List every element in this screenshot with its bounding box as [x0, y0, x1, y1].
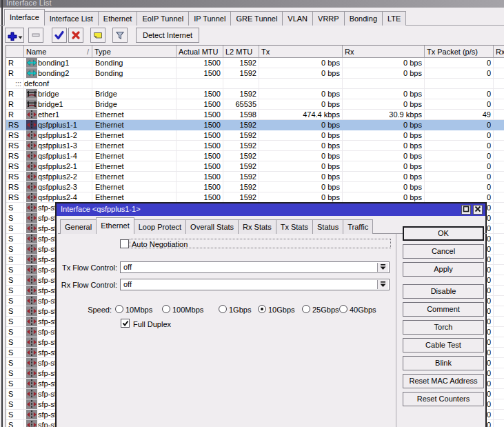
ethernet-icon [26, 337, 37, 347]
cell-flags: RS [8, 182, 23, 192]
cell-tx: 0 bps [259, 68, 340, 78]
dropdown-button[interactable] [377, 280, 388, 289]
table-row-comment[interactable]: :::defconf [6, 79, 504, 89]
ethernet-icon [26, 358, 37, 368]
ethernet-icon [26, 368, 37, 378]
tab-interface-list[interactable]: Interface List [44, 11, 99, 26]
cell-actual-mtu: 1500 [177, 110, 221, 119]
cell-flags: S [8, 399, 23, 409]
tab-eoip-tunnel[interactable]: EoIP Tunnel [137, 11, 189, 26]
table-row[interactable]: RSqsfpplus1-2Ethernet150015920 bps0 bps0 [6, 130, 504, 141]
cell-tx: 0 bps [259, 192, 340, 202]
auto-negotiation-checkbox[interactable] [120, 239, 129, 248]
tab-vrrp[interactable]: VRRP [312, 11, 345, 26]
table-row[interactable]: RSqsfpplus2-3Ethernet150015920 bps0 bps0 [6, 182, 504, 192]
speed-radio-10mbps[interactable] [115, 305, 123, 313]
dropdown-button[interactable] [377, 263, 388, 272]
full-duplex-checkbox[interactable] [121, 319, 130, 328]
dialog-cable-test-button[interactable]: Cable Test [403, 338, 484, 352]
dialog-ok-button[interactable]: OK [403, 226, 484, 241]
dialog-maximize-button[interactable] [461, 205, 471, 215]
dialog-comment-button[interactable]: Comment [403, 302, 484, 317]
column-header-tx-packet[interactable]: Tx Packet (p/s) [425, 46, 494, 58]
dialog-cancel-button[interactable]: Cancel [403, 244, 484, 259]
window-titlebar[interactable]: Interface List [0, 0, 504, 8]
toolbar-comment-button[interactable] [90, 28, 105, 43]
table-row[interactable]: Rether1Ethernet15001598474.4 kbps30.9 kb… [6, 110, 504, 120]
column-header-actual-mtu[interactable]: Actual MTU [177, 46, 223, 58]
column-header-type[interactable]: Type [92, 46, 177, 58]
dialog-tab-general[interactable]: General [60, 219, 97, 234]
table-row[interactable]: RbridgeBridge150015920 bps0 bps0 [6, 89, 504, 99]
cell-actual-mtu: 1500 [177, 89, 221, 99]
tab-interface[interactable]: Interface [4, 9, 45, 26]
table-row[interactable]: Rbonding2Bonding150015920 bps0 bps0 [6, 68, 504, 79]
cell-flags: S [8, 265, 23, 275]
dialog-tab-traffic[interactable]: Traffic [343, 219, 373, 234]
dialog-disable-button[interactable]: Disable [403, 284, 484, 299]
column-header-name[interactable]: Name/ [24, 46, 92, 58]
dialog-tab-ethernet[interactable]: Ethernet [96, 217, 134, 234]
dialog-reset-mac-address-button[interactable]: Reset MAC Address [403, 374, 484, 388]
dialog-reset-counters-button[interactable]: Reset Counters [403, 392, 484, 406]
dialog-tab-overall-stats[interactable]: Overall Stats [185, 219, 239, 234]
tab-vlan[interactable]: VLAN [282, 11, 313, 26]
dialog-torch-button[interactable]: Torch [403, 320, 484, 335]
tab-ip-tunnel[interactable]: IP Tunnel [188, 11, 231, 26]
column-header-l2-mtu[interactable]: L2 MTU [223, 46, 259, 58]
speed-radio-100mbps[interactable] [162, 305, 170, 313]
speed-radio-25gbps[interactable] [302, 305, 310, 313]
cell-flags: S [8, 203, 23, 212]
rx-flow-control-select[interactable]: off [120, 279, 390, 290]
table-row[interactable]: RSqsfpplus1-4Ethernet150015920 bps0 bps0 [6, 151, 504, 161]
dialog-blink-button[interactable]: Blink [403, 356, 484, 370]
column-header-rx-packet[interactable]: Rx Packet (p/s) [494, 46, 504, 58]
cell-flags: S [8, 348, 23, 357]
dialog-tab-loop-protect[interactable]: Loop Protect [134, 219, 186, 234]
speed-radio-40gbps[interactable] [339, 305, 347, 313]
dropdown-arrow-icon [380, 279, 386, 290]
column-header-flags[interactable] [6, 46, 24, 58]
toolbar-filter-button[interactable] [112, 28, 128, 43]
cell-tx: 0 bps [259, 161, 340, 171]
table-row[interactable]: RSqsfpplus2-1Ethernet150015920 bps0 bps0 [6, 161, 504, 172]
tab-gre-tunnel[interactable]: GRE Tunnel [230, 11, 283, 26]
table-row[interactable]: RSqsfpplus1-3Ethernet150015920 bps0 bps0 [6, 141, 504, 151]
tab-bonding[interactable]: Bonding [344, 11, 383, 26]
cell-rx: 0 bps [343, 182, 422, 192]
dialog-tab-status[interactable]: Status [312, 219, 343, 234]
cell-flags: RS [8, 161, 23, 171]
bonding-icon [26, 58, 37, 68]
toolbar-disable-button[interactable] [68, 28, 83, 43]
cell-type: Ethernet [95, 141, 177, 150]
table-row[interactable]: RSqsfpplus2-2Ethernet150015920 bps0 bps0 [6, 172, 504, 182]
cell-tx: 0 bps [259, 172, 340, 181]
ethernet-icon [26, 130, 37, 140]
maximize-icon [463, 206, 470, 214]
cell-actual-mtu: 1500 [177, 58, 221, 68]
toolbar-remove-button[interactable] [28, 28, 43, 43]
window-left-border [1, 0, 3, 427]
dialog-tab-rx-stats[interactable]: Rx Stats [238, 219, 276, 234]
speed-radio-1gbps[interactable] [219, 305, 227, 313]
table-row[interactable]: RSqsfpplus1-1Ethernet150015920 bps0 bps0 [6, 120, 504, 130]
cell-tx-packet: 0 [425, 68, 491, 78]
speed-radio-10gbps[interactable] [258, 305, 266, 313]
dialog-close-button[interactable] [473, 205, 483, 215]
toolbar-enable-button[interactable] [52, 28, 67, 43]
dialog-tab-tx-stats[interactable]: Tx Stats [276, 219, 313, 234]
table-row[interactable]: Rbonding1Bonding150015920 bps0 bps0 [6, 58, 504, 68]
table-row[interactable]: RSqsfpplus2-4Ethernet150015920 bps0 bps0 [6, 192, 504, 203]
tab-lte[interactable]: LTE [382, 11, 406, 26]
dialog-titlebar[interactable]: Interface <qsfpplus1-1> [57, 203, 485, 216]
dialog-apply-button[interactable]: Apply [403, 262, 484, 277]
dialog-button-label: OK [438, 229, 449, 237]
tx-flow-control-select[interactable]: off [120, 261, 390, 273]
toolbar-add-button[interactable] [5, 28, 24, 43]
table-row[interactable]: Rbridge1Bridge1500655350 bps0 bps0 [6, 99, 504, 110]
column-header-rx[interactable]: Rx [343, 46, 425, 58]
column-header-tx[interactable]: Tx [259, 46, 343, 58]
cell-tx-packet: 0 [425, 89, 491, 99]
toolbar-detect-internet-button[interactable]: Detect Internet [136, 28, 199, 43]
tab-ethernet[interactable]: Ethernet [98, 11, 138, 26]
